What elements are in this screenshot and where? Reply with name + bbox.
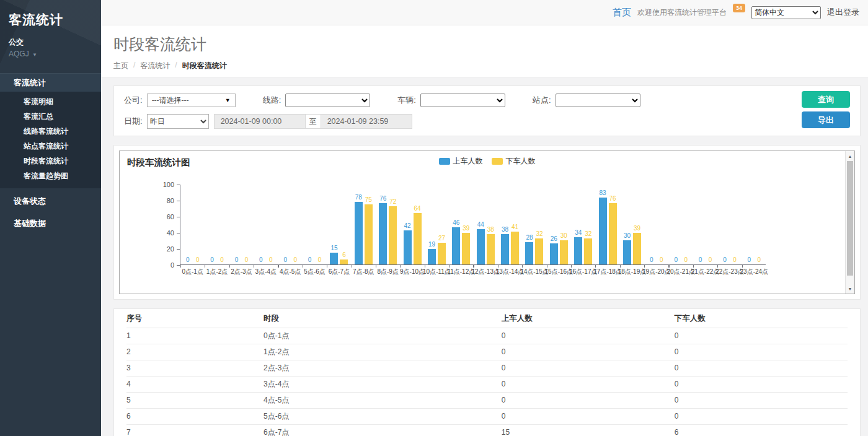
bar-alighting: 0 — [218, 185, 226, 264]
table-cell: 6 — [126, 408, 264, 424]
company-filter: 公司: ---请选择--- ▼ — [124, 94, 236, 107]
bar — [550, 243, 558, 264]
sidebar-item-passenger-summary[interactable]: 客流汇总 — [0, 109, 101, 124]
bar-group: 4264 — [400, 185, 424, 264]
table-cell: 0 — [675, 344, 848, 360]
query-button[interactable]: 查询 — [802, 91, 850, 108]
y-axis-tick-mark — [177, 217, 180, 217]
bar-alighting: 64 — [414, 185, 422, 264]
bar-boarding: 0 — [696, 185, 704, 264]
bar-value-label: 76 — [379, 196, 386, 202]
language-select[interactable]: 简体中文 — [751, 6, 821, 19]
sidebar-item-device-status[interactable]: 设备状态 — [0, 192, 101, 211]
bar-value-label: 42 — [404, 223, 411, 229]
export-button[interactable]: 导出 — [802, 111, 850, 128]
bar-group: 7672 — [376, 185, 400, 264]
legend-item[interactable]: 下车人数 — [492, 156, 536, 167]
sidebar-item-station-stats[interactable]: 站点客流统计 — [0, 139, 101, 154]
welcome-text: 欢迎使用客流统计管理平台 — [637, 7, 727, 18]
breadcrumb-home[interactable]: 主页 — [113, 61, 128, 71]
x-axis-label: 15点-16点 — [547, 268, 571, 276]
table-panel: 序号 时段 上车人数 下车人数 10点-1点0021点-2点0032点-3点00… — [113, 308, 861, 436]
company-select[interactable]: ---请选择--- ▼ — [147, 94, 236, 107]
filter-panel: 公司: ---请选择--- ▼ 线路: 车辆: 站点: 日期: — [113, 85, 861, 136]
bar-value-label: 0 — [269, 257, 273, 263]
bar-value-label: 0 — [186, 257, 190, 263]
org-code-dropdown[interactable]: AQGJ ▼ — [9, 50, 92, 58]
x-axis-label-text: 9点-10点 — [400, 268, 425, 276]
x-axis-label: 9点-10点 — [400, 268, 424, 276]
sidebar-item-period-stats[interactable]: 时段客流统计 — [0, 154, 101, 168]
vehicle-select[interactable] — [420, 94, 505, 107]
line-filter: 线路: — [263, 94, 371, 107]
table-cell: 4点-5点 — [264, 392, 502, 408]
bar-value-label: 0 — [733, 257, 737, 263]
bar-alighting: 41 — [511, 185, 519, 264]
bar-alighting: 75 — [365, 185, 373, 264]
scrollbar-thumb[interactable] — [847, 161, 853, 276]
bar-alighting: 0 — [755, 185, 763, 264]
bar-alighting: 0 — [193, 185, 202, 264]
sidebar-header: 客流统计 公交 AQGJ ▼ — [0, 0, 101, 73]
x-axis-label: 20点-21点 — [669, 268, 693, 276]
bar-boarding: 76 — [379, 185, 387, 264]
x-axis-labels: 0点-1点1点-2点2点-3点3点-4点4点-5点5点-6点6点-7点7点-8点… — [180, 268, 766, 276]
station-select[interactable] — [556, 94, 640, 107]
sidebar-item-passenger-detail[interactable]: 客流明细 — [0, 94, 101, 109]
table-row: 43点-4点00 — [126, 376, 848, 392]
table-cell: 0 — [675, 328, 848, 344]
bar-value-label: 19 — [428, 242, 435, 248]
bar-group: 3841 — [498, 185, 522, 264]
x-axis-label: 19点-20点 — [644, 268, 668, 276]
bar-alighting: 6 — [340, 185, 348, 264]
breadcrumb-passenger-stats[interactable]: 客流统计 — [140, 61, 170, 71]
bar — [535, 238, 543, 264]
bar-value-label: 0 — [709, 257, 712, 263]
bar — [487, 234, 495, 264]
date-start-input[interactable]: 2024-01-09 00:00 — [214, 114, 306, 129]
x-axis-label-text: 23点-24点 — [740, 268, 769, 276]
bar-group: 1927 — [425, 185, 449, 264]
date-end-input[interactable]: 2024-01-09 23:59 — [321, 114, 412, 129]
sidebar-item-line-stats[interactable]: 线路客流统计 — [0, 124, 101, 139]
bar — [428, 249, 436, 264]
bar-boarding: 19 — [428, 185, 436, 264]
sidebar-submenu: 客流明细 客流汇总 线路客流统计 站点客流统计 时段客流统计 客流量趋势图 — [0, 92, 101, 188]
bar — [525, 242, 533, 264]
x-axis-label: 22点-23点 — [717, 268, 742, 276]
bar-group: 00 — [693, 185, 717, 264]
line-select[interactable] — [285, 94, 370, 107]
sidebar-item-base-data[interactable]: 基础数据 — [0, 214, 101, 233]
table-row: 32点-3点00 — [126, 360, 848, 376]
bar — [574, 237, 582, 264]
table-cell: 0 — [675, 376, 848, 392]
x-axis-label: 7点-8点 — [352, 268, 376, 276]
bar-value-label: 0 — [293, 257, 297, 263]
legend-item[interactable]: 上车人数 — [439, 156, 483, 167]
sidebar-item-trend-chart[interactable]: 客流量趋势图 — [0, 168, 101, 183]
y-axis-tick-label: 100 — [152, 181, 174, 188]
bar-alighting: 0 — [706, 185, 714, 264]
bar-value-label: 0 — [674, 257, 678, 263]
table-row: 21点-2点00 — [126, 344, 848, 360]
y-axis-tick-label: 80 — [152, 198, 174, 204]
bar-group: 4639 — [449, 185, 473, 264]
table-row: 76点-7点156 — [126, 424, 848, 436]
bar-alighting: 32 — [535, 185, 543, 264]
sidebar-item-passenger-stats[interactable]: 客流统计 — [0, 73, 101, 92]
bar-value-label: 0 — [684, 257, 688, 263]
logout-link[interactable]: 退出登录 — [827, 7, 859, 18]
table-cell: 15 — [502, 424, 675, 436]
page-title: 时段客流统计 — [113, 34, 868, 54]
table-cell: 0点-1点 — [264, 328, 502, 344]
bar-boarding: 42 — [404, 185, 412, 264]
bar-value-label: 15 — [330, 245, 337, 251]
table-cell: 6点-7点 — [264, 424, 502, 436]
bar-group: 2630 — [547, 185, 571, 264]
filter-row-1: 公司: ---请选择--- ▼ 线路: 车辆: 站点: — [124, 94, 850, 107]
home-link[interactable]: 首页 — [613, 7, 631, 19]
bar-alighting: 27 — [438, 185, 446, 264]
scrollbar-down-icon[interactable]: ▼ — [846, 284, 854, 293]
date-preset-select[interactable]: 昨日 — [147, 114, 209, 129]
scrollbar-up-icon[interactable]: ▲ — [846, 152, 854, 160]
